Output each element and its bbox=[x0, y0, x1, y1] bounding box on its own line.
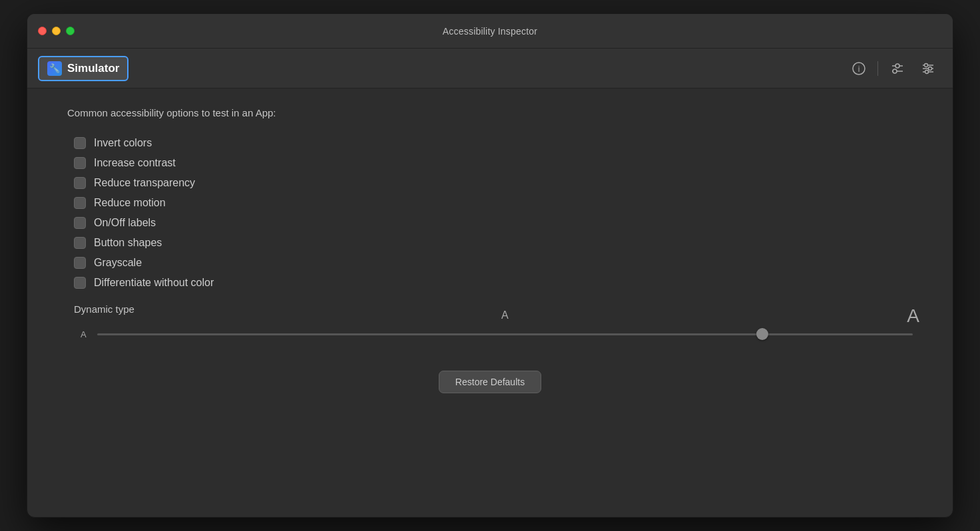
label-button-shapes: Button shapes bbox=[94, 237, 162, 249]
checkbox-grayscale[interactable] bbox=[74, 257, 86, 269]
svg-point-12 bbox=[929, 67, 932, 70]
svg-point-2 bbox=[895, 64, 899, 68]
svg-point-11 bbox=[925, 63, 928, 67]
toolbar-right: i bbox=[846, 57, 942, 80]
checkbox-on-off-labels[interactable] bbox=[74, 217, 86, 229]
checkbox-increase-contrast[interactable] bbox=[74, 157, 86, 169]
label-grayscale: Grayscale bbox=[94, 257, 142, 269]
minimize-button[interactable] bbox=[52, 27, 61, 35]
window-title: Accessibility Inspector bbox=[443, 26, 537, 37]
simulator-label: Simulator bbox=[67, 62, 119, 75]
traffic-lights bbox=[38, 27, 75, 35]
toolbar-divider bbox=[877, 61, 878, 76]
main-window: Accessibility Inspector 🔧 Simulator i bbox=[27, 13, 953, 518]
svg-text:i: i bbox=[858, 65, 860, 74]
label-invert-colors: Invert colors bbox=[94, 137, 152, 149]
slider-mid-a-label: A bbox=[501, 309, 509, 321]
option-grayscale[interactable]: Grayscale bbox=[74, 253, 913, 273]
close-button[interactable] bbox=[38, 27, 47, 35]
slider-large-a-label: A bbox=[907, 305, 919, 327]
checkbox-button-shapes[interactable] bbox=[74, 237, 86, 249]
info-button[interactable]: i bbox=[846, 58, 872, 79]
label-on-off-labels: On/Off labels bbox=[94, 217, 156, 229]
option-reduce-transparency[interactable]: Reduce transparency bbox=[74, 173, 913, 193]
content-area: Common accessibility options to test in … bbox=[27, 88, 953, 517]
titlebar: Accessibility Inspector bbox=[27, 14, 953, 49]
checkbox-invert-colors[interactable] bbox=[74, 137, 86, 149]
option-invert-colors[interactable]: Invert colors bbox=[74, 133, 913, 153]
label-reduce-motion: Reduce motion bbox=[94, 197, 166, 209]
option-reduce-motion[interactable]: Reduce motion bbox=[74, 193, 913, 213]
filter-button[interactable] bbox=[883, 57, 911, 80]
checkbox-differentiate-without-color[interactable] bbox=[74, 277, 86, 289]
bottom-bar: Restore Defaults bbox=[67, 360, 913, 412]
toolbar: 🔧 Simulator i bbox=[27, 49, 953, 88]
checkbox-reduce-motion[interactable] bbox=[74, 197, 86, 209]
options-list: Invert colors Increase contrast Reduce t… bbox=[74, 133, 913, 293]
option-differentiate-without-color[interactable]: Differentiate without color bbox=[74, 273, 913, 293]
dynamic-type-label: Dynamic type bbox=[74, 303, 913, 315]
settings-button[interactable] bbox=[914, 57, 942, 80]
svg-point-13 bbox=[925, 70, 929, 73]
section-title: Common accessibility options to test in … bbox=[67, 107, 913, 118]
label-differentiate-without-color: Differentiate without color bbox=[94, 277, 214, 289]
label-reduce-transparency: Reduce transparency bbox=[94, 177, 195, 189]
label-increase-contrast: Increase contrast bbox=[94, 157, 176, 169]
restore-defaults-button[interactable]: Restore Defaults bbox=[439, 371, 541, 393]
slider-container: A A A bbox=[74, 324, 913, 344]
maximize-button[interactable] bbox=[66, 27, 75, 35]
simulator-button[interactable]: 🔧 Simulator bbox=[38, 56, 128, 81]
dynamic-type-section: Dynamic type A A A bbox=[74, 303, 913, 344]
simulator-icon: 🔧 bbox=[47, 61, 62, 76]
slider-track-wrapper: A A bbox=[97, 324, 913, 344]
dynamic-type-slider[interactable] bbox=[97, 333, 913, 335]
option-on-off-labels[interactable]: On/Off labels bbox=[74, 213, 913, 233]
option-button-shapes[interactable]: Button shapes bbox=[74, 233, 913, 253]
checkbox-reduce-transparency[interactable] bbox=[74, 177, 86, 189]
option-increase-contrast[interactable]: Increase contrast bbox=[74, 153, 913, 173]
svg-point-5 bbox=[893, 69, 897, 73]
slider-small-a-label: A bbox=[81, 329, 87, 339]
